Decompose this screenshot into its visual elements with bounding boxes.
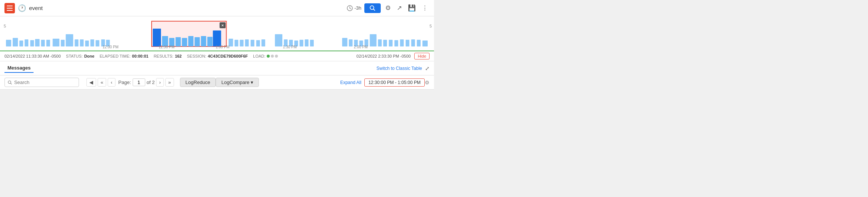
page-of-label: of 2 [147,80,155,85]
svg-rect-36 [245,39,249,46]
messages-tab[interactable]: Messages [4,64,34,73]
search-button[interactable] [364,3,381,13]
session-item: SESSION: 4C43CDE79D600F6F [187,54,248,58]
svg-rect-59 [411,39,415,46]
elapsed-item: ELAPSED TIME: 00:00:01 [99,54,148,58]
clock-icon [347,5,353,11]
messages-toolbar: Messages Switch to Classic Table ⤢ [0,61,434,75]
histogram-chart[interactable]: × [6,19,428,49]
history-icon[interactable]: 🕐 [18,4,26,12]
session-value: 4C43CDE79D600F6F [208,54,248,58]
status-left: 02/14/2022 11:33:30 AM -0500 STATUS: Don… [4,54,278,58]
share-button[interactable]: ↗ [395,3,403,13]
svg-rect-17 [96,40,99,46]
time-range-badge: 12:30:00 PM - 1:05:00 PM [364,78,425,87]
status-label: STATUS: [66,54,83,58]
expand-all-button[interactable]: Expand All [340,80,361,85]
status-bar: 02/14/2022 11:33:30 AM -0500 STATUS: Don… [0,51,434,61]
svg-rect-58 [406,40,409,46]
svg-rect-53 [378,39,382,46]
svg-rect-54 [383,40,387,46]
toolbar-right: Switch to Classic Table ⤢ [377,65,430,71]
svg-rect-27 [194,37,200,46]
next-page-button[interactable]: › [156,78,164,87]
svg-rect-16 [91,39,94,46]
status-right: 02/14/2022 2:33:30 PM -0500 Hide [357,53,430,59]
svg-rect-48 [349,39,352,46]
page-title: event [29,5,43,11]
svg-text:2:00 PM: 2:00 PM [354,45,368,49]
time-control: -3h [347,5,361,11]
header-right: -3h ⚙ ↗ 💾 ⋮ [347,3,430,13]
svg-rect-57 [400,39,404,46]
log-compare-button[interactable]: LogCompare ▾ [216,78,259,87]
svg-rect-11 [61,40,64,46]
svg-rect-25 [182,38,187,46]
results-value: 162 [175,54,181,58]
header-left: 🕐 event [4,3,43,13]
more-button[interactable]: ⋮ [420,3,430,13]
save-button[interactable]: 💾 [406,3,417,13]
time-value: -3h [354,5,361,11]
svg-rect-26 [188,36,193,46]
status-item: STATUS: Done [66,54,94,58]
elapsed-value: 00:00:01 [132,54,148,58]
page-label: Page: [118,80,131,85]
svg-rect-6 [30,40,34,46]
search-box [4,78,79,87]
elapsed-label: ELAPSED TIME: [99,54,130,58]
load-dot-3 [275,55,278,58]
search-row: ◀ « ‹ Page: of 2 › » LogReduce LogCompar… [0,75,434,90]
svg-rect-13 [75,39,78,46]
svg-rect-55 [389,40,393,46]
svg-rect-9 [46,40,50,46]
pagination-controls: ◀ « ‹ Page: of 2 › » [86,78,174,87]
switch-classic-button[interactable]: Switch to Classic Table [377,66,422,71]
svg-text:12:00 PM: 12:00 PM [102,45,118,49]
expand-icon[interactable]: ⤢ [425,65,430,71]
end-timestamp: 02/14/2022 2:33:30 PM -0500 [357,54,411,58]
load-dots [267,55,278,58]
svg-rect-24 [175,37,181,46]
svg-text:12:30 PM: 12:30 PM [159,45,175,49]
status-value: Done [84,54,95,58]
start-timestamp: 02/14/2022 11:33:30 AM -0500 [4,54,61,58]
session-label: SESSION: [187,54,206,58]
svg-rect-12 [66,34,73,46]
chart-area: 5 5 [0,16,434,51]
svg-rect-4 [19,41,23,46]
svg-rect-46 [310,40,314,46]
svg-rect-34 [235,40,238,46]
svg-rect-35 [240,40,244,46]
prev-page-button[interactable]: ‹ [108,78,115,87]
svg-rect-3 [13,38,18,46]
svg-rect-8 [41,40,45,46]
search-input[interactable] [14,80,76,85]
log-reduce-button[interactable]: LogReduce [180,78,216,87]
hide-button[interactable]: Hide [414,53,430,59]
chart-svg-wrapper[interactable]: × [6,19,428,51]
svg-rect-56 [395,40,398,46]
page-input[interactable] [133,78,145,86]
hamburger-icon[interactable] [4,3,15,13]
svg-rect-47 [342,38,347,46]
first-page-button[interactable]: ◀ [86,78,96,87]
load-dot-1 [267,55,270,58]
svg-rect-40 [275,34,282,46]
svg-rect-30 [213,30,221,46]
svg-text:×: × [221,23,224,28]
svg-rect-45 [305,39,308,46]
svg-rect-28 [201,36,206,46]
svg-rect-7 [35,39,39,46]
svg-rect-38 [256,40,260,46]
settings-button[interactable]: ⚙ [384,3,392,13]
svg-rect-61 [422,41,428,46]
svg-rect-52 [370,34,377,46]
search-icon-small [8,80,12,85]
svg-text:1:30 PM: 1:30 PM [283,45,297,49]
next-next-page-button[interactable]: » [165,78,174,87]
prev-prev-page-button[interactable]: « [98,78,106,87]
gear-icon-small[interactable]: ⚙ [425,80,430,85]
dropdown-arrow-icon: ▾ [251,80,253,85]
load-item: LOAD: [253,54,278,58]
